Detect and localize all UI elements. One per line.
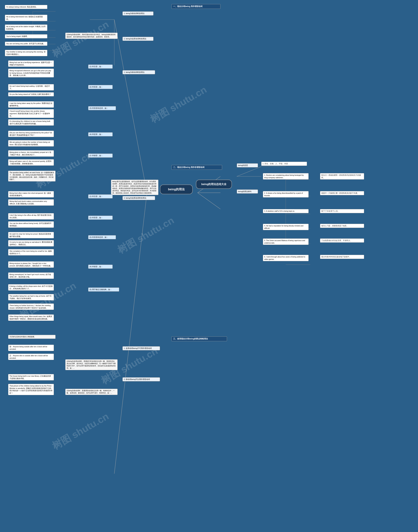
sec1-example-4: You're being stupid. 你蠢哩。 xyxy=(5,34,47,38)
subsec2-ex3: I don't like being in the office all day… xyxy=(8,213,54,220)
sec1-example-6: Your brother is being very annoying this… xyxy=(5,50,47,56)
sec1-example-2: He is being interviewed now. 他现在正在接受面试。 xyxy=(5,15,47,21)
center-title: being的用法 xyxy=(164,187,188,191)
subsec1-ex1: Being lost can be a terrifying experienc… xyxy=(8,60,54,67)
usage-sentence-1: 1. Doctors are complaining about being b… xyxy=(263,173,309,179)
usage-translation-1: 医生们一再抱怨遭受一群销售医药的推销员子的骚扰。 xyxy=(320,173,364,179)
subsec2-ex4: You can be alone without being lonely. 你… xyxy=(8,221,54,228)
subsec1-part4-label: (4) 作定语，如： xyxy=(88,132,113,136)
sec3-special2-ex1: The house being built is our new library… xyxy=(8,374,54,380)
nonfinite-subsec1-label: 1. being为助动词时的用法 xyxy=(122,70,155,74)
center-subtitle-text: being的用法总结大全 xyxy=(200,182,227,186)
subsec2-ex9: Being unemployed, he hasn't got much mon… xyxy=(8,272,54,279)
subsec1-ex3: He can't stand being kept waiting. 让他等着，… xyxy=(8,84,54,91)
subsec1-part1-label: (1) 作主语，如： xyxy=(88,65,113,69)
subsec2-ex6: I'm sorry to see you being so sad about … xyxy=(8,240,54,247)
subsec1-ex2: Being recognized wherever you go is the … xyxy=(8,69,54,77)
usage-sentence-4: 4. He had a reputation for being bloody-… xyxy=(263,224,309,230)
subsec1-ex9: We are going to reduce the number of tre… xyxy=(8,140,54,146)
sec1-subsec2-label: 2. being为连系动词时的用法 xyxy=(122,37,153,41)
section1-header: 一、现在分词being 用作谓语动词 xyxy=(172,4,221,9)
subsec1-part3-label: (3) 作宾语补足语，如： xyxy=(88,106,116,110)
sec1-subsec1-label: 1. being为助动词时的用法 xyxy=(122,12,153,15)
svg-line-14 xyxy=(114,20,147,193)
subsec1-ex7: It's interesting (for children) to see a… xyxy=(8,119,54,126)
sec1-example-5: You are not being very polite. 你可是不太有礼貌。 xyxy=(5,42,47,46)
being-intro: being 既可以是普通动词，也可以是普通谓语动词，作为谓语动词时，其用法是进行… xyxy=(111,180,158,195)
subsec1-conclusion: The question being settled, we went home… xyxy=(8,171,56,181)
sec3-special2-label: 2. 助动词being可以用作谓语动词 xyxy=(122,377,160,381)
usage-translation-5: 工会指责他行径没起无理、不讲民主。 xyxy=(320,238,364,243)
subsec2-part5-label: (5) 用于独立主格结构，如： xyxy=(88,287,119,292)
connector-lines xyxy=(0,0,418,532)
sec3-special2-note: 以being为助动词时，普通谓语动词的过去和一般、将来时态中，一般、连系动词、被… xyxy=(65,389,117,395)
subsec2-part1-label: (1) 作主语，如： xyxy=(88,194,113,199)
being-meaning-label: being的意思 xyxy=(237,163,258,167)
subsec1-ex11: Being well taken care of, she recovered … xyxy=(8,159,54,166)
usage-sentence-2: 2. It shows a fox being disembowelled by… xyxy=(263,191,309,198)
usage-sentence-6: 6. I went through about four years of be… xyxy=(263,255,309,261)
subsec1-ex4: Do you like being stared at? 你喜欢人家盯着你看吗？ xyxy=(8,92,54,96)
sec3-special1-note: 以being为连系动词时，普通进行时动词的过去和一般、将来时态以及过去完事、进行… xyxy=(65,359,117,370)
svg-line-3 xyxy=(237,167,261,177)
subsec2-ex1: Being tired often makes him short-temper… xyxy=(8,191,54,198)
usage-translation-6: 我大约有4年时间沉迷在电子游戏中。 xyxy=(320,255,364,259)
svg-line-2 xyxy=(197,193,221,209)
sec1-note: 以being为助动词时，用作普通动词的进行时态，being全都有形容词或名词，表… xyxy=(65,33,117,39)
subsec2-part4-label: (4) 作状语，如： xyxy=(88,265,113,269)
usage-translation-4: 他为人刁蛮，谁都觉得是了他惹。 xyxy=(320,224,364,228)
subsec2-ex10: It being a holiday, all the shops were s… xyxy=(8,284,54,291)
sec3-intro: 凡10岁以后的在外面的人将被逮捕。 xyxy=(8,335,56,339)
subsec2-ex11: The weather being hot, we had to stay at… xyxy=(8,294,54,300)
sec3-special1-wrong: 误：Anyone being outside after ten o'clock… xyxy=(8,345,54,351)
subsec2-ex7: She complains of the room being too smal… xyxy=(8,249,54,255)
subsec2-part3-label: (3) 作宾语补足语，如： xyxy=(88,235,116,239)
subsec1-part2-label: (2) 作宾语，如： xyxy=(88,85,113,89)
sec3-special1-label: 1. 连系动词being不可用作谓语动词 xyxy=(122,346,160,350)
center-node: being的用法 xyxy=(160,185,193,194)
being-meaning-text: n. 存在、生物、人、宇宙、本质 xyxy=(261,162,307,166)
usage-sentence-3: 3. A skeleton staff of 20 is being kept … xyxy=(263,209,309,213)
mind-map-container: being的用法 being的用法总结大全 being的意思 n. 存在、生物、… xyxy=(0,0,418,532)
subsec1-part5-label: (5) 作状语，如： xyxy=(88,154,113,158)
center-subtitle: being的用法总结大全 xyxy=(196,180,232,189)
sec1-example-3: He is being met at the station tonight. … xyxy=(5,24,47,31)
subsec2-ex2: Being deaf and dumb makes communication … xyxy=(8,199,54,206)
usage-translation-3: 留下了20名骨干人员。 xyxy=(320,209,364,213)
sec3-special1-right: 正：Anyone who is outside after ten o'cloc… xyxy=(8,354,54,360)
subsec2-ex12: There being no further business, I decla… xyxy=(8,304,54,310)
subsec1-ex10: Being given a chance, she immediately ju… xyxy=(8,150,54,157)
subsec1-ex6: I found myself being drawn into another … xyxy=(8,109,54,118)
subsec2-ex13: Other things being equal, Alice would ma… xyxy=(8,314,54,321)
sec3-special2-ex2: That picture of the children being talke… xyxy=(8,384,54,395)
section2-header: 二、现在分词being 用作非谓语动词 xyxy=(172,165,222,170)
subsec2-ex5: He said it to stop her being too proud. … xyxy=(8,232,54,238)
subsec2-ex8: Being anxious to please him, I bought hi… xyxy=(8,261,54,268)
subsec2-part2-label: (2) 作宾语，如： xyxy=(88,216,113,220)
subsec1-ex5: I saw him being taken away by the police… xyxy=(8,101,54,108)
being-usage-label: being的用法例句 xyxy=(237,189,258,194)
section3-header: 三、使用现在分词being的两点特殊用法 xyxy=(172,336,227,341)
usage-sentence-5: 5. The Union accused Walesa of being cap… xyxy=(263,238,309,245)
svg-line-16 xyxy=(114,193,147,474)
sec1-example-1: I'm always being criticized. 我总是挨批。 xyxy=(5,5,47,9)
nonfinite-subsec2-label: 2. being为连系动词时的用法 xyxy=(122,196,155,200)
usage-translation-2: 画面中一只狐狸正遭一群猎狗将其内脏子外露。 xyxy=(320,191,364,195)
subsec1-ex8: Did you see that boy being questioned by… xyxy=(8,131,54,137)
